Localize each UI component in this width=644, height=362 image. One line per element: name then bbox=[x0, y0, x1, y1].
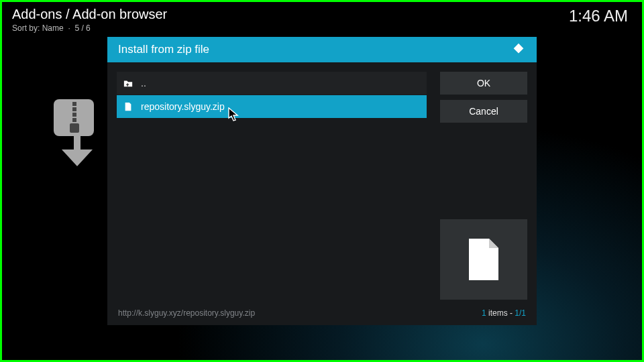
svg-rect-4 bbox=[72, 118, 76, 122]
svg-rect-2 bbox=[72, 107, 76, 111]
zip-addon-icon bbox=[54, 99, 107, 166]
footer-path: http://k.slyguy.xyz/repository.slyguy.zi… bbox=[118, 308, 255, 318]
parent-folder-row[interactable]: .. bbox=[117, 72, 427, 95]
kodi-logo-icon bbox=[511, 42, 526, 57]
header-sep: · bbox=[66, 23, 74, 33]
cancel-button[interactable]: Cancel bbox=[440, 100, 527, 123]
file-row[interactable]: repository.slyguy.zip bbox=[117, 95, 427, 118]
dialog-sidebar: OK Cancel bbox=[440, 72, 527, 306]
footer-count: 1 items - 1/1 bbox=[482, 308, 526, 318]
clock: 1:46 AM bbox=[569, 7, 628, 25]
folder-up-icon bbox=[123, 78, 133, 88]
file-name: repository.slyguy.zip bbox=[141, 101, 225, 112]
ok-button[interactable]: OK bbox=[440, 72, 527, 95]
svg-rect-1 bbox=[72, 102, 76, 106]
install-dialog: Install from zip file .. repository.slyg… bbox=[107, 37, 537, 325]
breadcrumb: Add-ons / Add-on browser bbox=[12, 7, 167, 22]
sort-label: Sort by: Name bbox=[12, 23, 64, 33]
header-sub: Sort by: Name · 5 / 6 bbox=[12, 23, 167, 33]
position-label: 5 / 6 bbox=[74, 23, 90, 33]
parent-label: .. bbox=[141, 78, 146, 88]
file-icon bbox=[123, 102, 133, 111]
header: Add-ons / Add-on browser Sort by: Name ·… bbox=[12, 7, 167, 33]
dialog-titlebar: Install from zip file bbox=[107, 37, 537, 62]
file-preview bbox=[440, 219, 527, 300]
file-list: .. repository.slyguy.zip bbox=[117, 72, 427, 306]
dialog-footer: http://k.slyguy.xyz/repository.slyguy.zi… bbox=[107, 306, 537, 325]
dialog-title-text: Install from zip file bbox=[118, 43, 209, 56]
svg-rect-3 bbox=[72, 113, 76, 117]
svg-rect-5 bbox=[70, 123, 79, 133]
